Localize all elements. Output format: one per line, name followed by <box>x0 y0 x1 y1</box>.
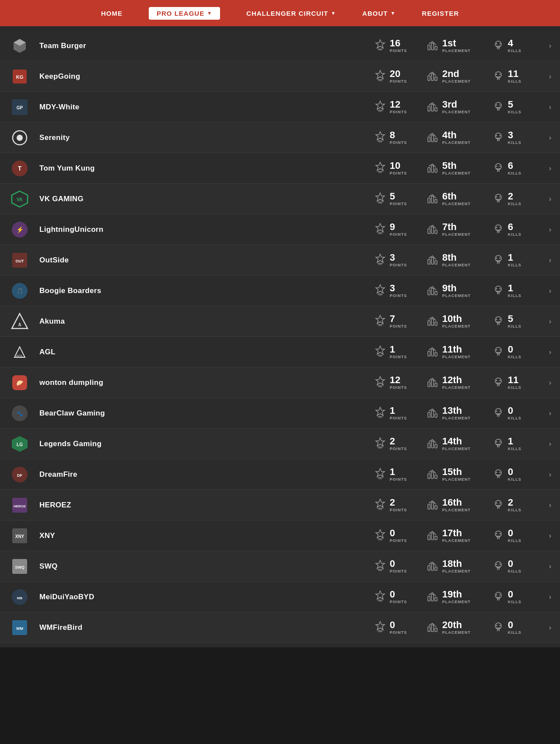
points-label: POINTS <box>390 293 407 298</box>
svg-rect-167 <box>378 477 383 479</box>
svg-rect-135 <box>435 383 437 387</box>
team-name: SWQ <box>39 562 374 571</box>
table-row[interactable]: MB MeiDuiYaoBYD 0 POINTS <box>0 582 560 612</box>
table-row[interactable]: HEROZ HEROEZ 2 POINTS <box>0 490 560 520</box>
svg-point-149 <box>496 410 497 412</box>
svg-text:OUT: OUT <box>16 259 24 263</box>
table-row[interactable]: A Akuma 7 POINTS <box>0 306 560 337</box>
nav-home[interactable]: HOME <box>101 10 122 17</box>
table-row[interactable]: 🎵 Boogie Boarders 3 POINTS <box>0 276 560 306</box>
table-row[interactable]: XNY XNY 0 POINTS <box>0 520 560 551</box>
table-row[interactable]: 🥟 wonton dumpling 12 POINTS <box>0 367 560 398</box>
table-row[interactable]: GP MDY-White 12 POINTS <box>0 92 560 122</box>
svg-text:A: A <box>18 322 21 327</box>
placement-label: PLACEMENT <box>442 447 471 451</box>
expand-chevron[interactable]: › <box>549 195 551 203</box>
points-value: 8 <box>390 130 395 140</box>
placement-icon <box>427 529 439 543</box>
placement-value: 7th <box>442 222 457 232</box>
nav-challenger-circuit[interactable]: CHALLENGER CIRCUIT ▼ <box>246 10 336 17</box>
points-stat: 9 POINTS <box>374 222 413 237</box>
expand-chevron[interactable]: › <box>549 287 551 295</box>
table-row[interactable]: KG KeepGoing 20 POINTS <box>0 61 560 92</box>
svg-text:LG: LG <box>17 442 23 447</box>
svg-rect-62 <box>428 198 430 203</box>
expand-chevron[interactable]: › <box>549 501 551 509</box>
svg-rect-175 <box>497 476 498 478</box>
table-row[interactable]: SWQ SWQ 0 POINTS <box>0 551 560 582</box>
expand-chevron[interactable]: › <box>549 42 551 50</box>
svg-rect-119 <box>378 355 383 356</box>
svg-point-19 <box>499 73 500 75</box>
svg-rect-123 <box>435 353 437 356</box>
svg-rect-229 <box>428 627 430 632</box>
table-row[interactable]: LG Legends Gaming 2 POINTS <box>0 429 560 459</box>
expand-chevron[interactable]: › <box>549 348 551 356</box>
points-stat: 1 POINTS <box>374 345 413 359</box>
expand-chevron[interactable]: › <box>549 256 551 264</box>
points-value: 7 <box>390 314 395 324</box>
placement-icon <box>427 70 439 84</box>
expand-chevron[interactable]: › <box>549 103 551 111</box>
kills-label: KILLS <box>508 477 522 482</box>
placement-value: 15th <box>442 467 462 477</box>
team-logo: 🐾 <box>9 402 31 424</box>
table-row[interactable]: WM WMFireBird 0 POINTS <box>0 612 560 643</box>
table-row[interactable]: Team Burger 16 POINTS 1s <box>0 31 560 61</box>
svg-rect-212 <box>498 568 500 570</box>
expand-chevron[interactable]: › <box>549 226 551 234</box>
points-value: 1 <box>390 345 395 354</box>
table-row[interactable]: Serenity 8 POINTS 4th <box>0 122 560 153</box>
placement-stat: 14th PLACEMENT <box>427 437 479 451</box>
expand-chevron[interactable]: › <box>549 164 551 172</box>
svg-text:T: T <box>18 165 22 172</box>
table-row[interactable]: VK VK GAMING 5 POINTS <box>0 184 560 214</box>
table-row[interactable]: ⚡ LightningUnicorn 9 POINTS <box>0 214 560 245</box>
svg-rect-193 <box>428 535 430 540</box>
placement-icon <box>427 223 439 237</box>
placement-icon <box>427 284 439 298</box>
table-row[interactable]: T Tom Yum Kung 10 POINTS <box>0 153 560 184</box>
points-value: 12 <box>390 375 400 385</box>
placement-stat: 10th PLACEMENT <box>427 314 479 328</box>
svg-text:SWQ: SWQ <box>15 565 24 569</box>
nav-pro-league[interactable]: PRO LEAGUE ▼ <box>149 7 220 20</box>
svg-rect-140 <box>498 384 500 386</box>
points-stat: 0 POINTS <box>374 590 413 604</box>
team-name: MDY-White <box>39 103 374 112</box>
expand-chevron[interactable]: › <box>549 73 551 80</box>
placement-value: 6th <box>442 192 457 201</box>
kills-icon <box>492 314 504 328</box>
expand-chevron[interactable]: › <box>549 318 551 325</box>
team-stats: 3 POINTS 8th PLACEMENT <box>374 253 551 267</box>
svg-rect-109 <box>378 325 382 326</box>
nav-about[interactable]: ABOUT ▼ <box>362 10 396 17</box>
placement-label: PLACEMENT <box>442 477 471 482</box>
expand-chevron[interactable]: › <box>549 134 551 142</box>
placement-value: 20th <box>442 620 462 630</box>
team-stats: 10 POINTS 5th PLACEMENT <box>374 161 551 175</box>
expand-chevron[interactable]: › <box>549 379 551 387</box>
table-row[interactable]: DF DreamFire 1 POINTS <box>0 459 560 490</box>
expand-chevron[interactable]: › <box>549 471 551 479</box>
kills-icon <box>492 498 504 512</box>
nav-register[interactable]: REGISTER <box>422 10 459 17</box>
points-stat: 7 POINTS <box>374 314 413 328</box>
svg-rect-80 <box>497 231 498 233</box>
svg-rect-120 <box>378 356 382 356</box>
placement-icon <box>427 345 439 359</box>
expand-chevron[interactable]: › <box>549 593 551 601</box>
placement-stat: 3rd PLACEMENT <box>427 100 479 114</box>
svg-rect-170 <box>431 472 434 479</box>
expand-chevron[interactable]: › <box>549 440 551 448</box>
points-label: POINTS <box>390 232 407 237</box>
expand-chevron[interactable]: › <box>549 532 551 540</box>
points-stat: 0 POINTS <box>374 559 413 573</box>
table-row[interactable]: OUT OutSide 3 POINTS <box>0 245 560 276</box>
placement-stat: 5th PLACEMENT <box>427 161 479 175</box>
expand-chevron[interactable]: › <box>549 562 551 570</box>
table-row[interactable]: AGL AGL 1 POINTS <box>0 337 560 367</box>
table-row[interactable]: 🐾 BearClaw Gaming 1 POINTS <box>0 398 560 429</box>
expand-chevron[interactable]: › <box>549 624 551 632</box>
expand-chevron[interactable]: › <box>549 409 551 417</box>
